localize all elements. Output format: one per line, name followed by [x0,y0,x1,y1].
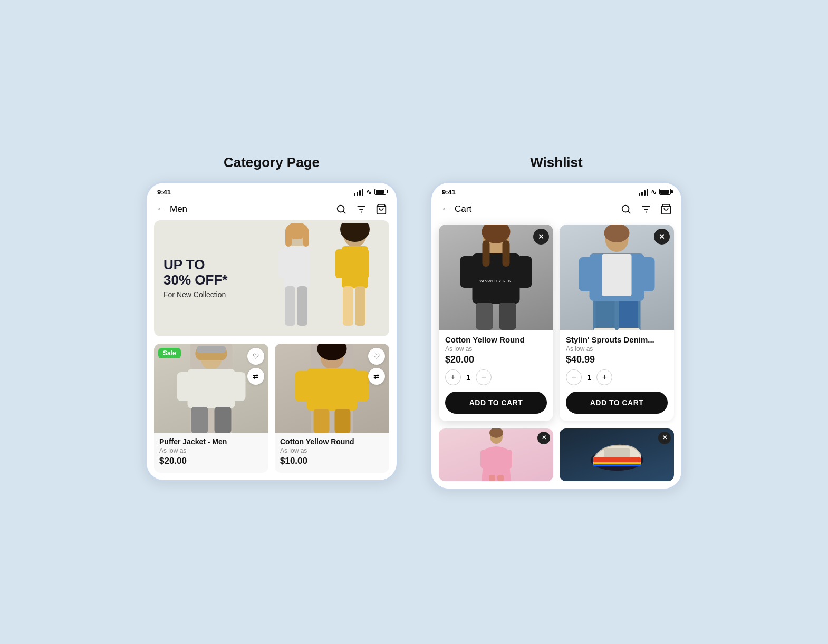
svg-rect-64 [497,475,504,481]
svg-rect-55 [602,254,632,296]
filter-icon-wishlist[interactable] [640,203,652,215]
svg-rect-8 [297,286,307,326]
category-phone: 9:41 ∿ [145,181,398,482]
mini-figure-2 [585,434,649,476]
promo-banner: UP TO 30% OFF* For New Collection [154,220,389,336]
status-icons: ∿ [354,188,386,196]
filter-icon[interactable] [355,203,367,215]
wifi-icon: ∿ [366,188,372,196]
status-bar-wishlist: 9:41 ∿ [431,183,681,199]
product-actions-2: ♡ ⇄ [368,348,385,385]
remove-btn-3[interactable]: ✕ [537,432,550,444]
product-image-2: ♡ ⇄ [275,344,389,433]
remove-btn-1[interactable]: ✕ [533,229,549,245]
product-card-2: ♡ ⇄ Cotton Yellow Round As low as $10.00 [275,344,389,473]
add-to-cart-btn-2[interactable]: ADD TO CART [566,392,668,414]
product-name-1: Puffer Jacket - Men [159,437,263,446]
product-info-1: Puffer Jacket - Men As low as $20.00 [154,433,268,473]
wishlist-bottom-row: ✕ [431,428,681,489]
remove-btn-4[interactable]: ✕ [658,432,671,444]
nav-back-wishlist[interactable]: ← Cart [441,203,471,214]
wishlist-title: Wishlist [530,154,582,171]
product-name-2: Cotton Yellow Round [280,437,384,446]
mini-figure-1 [475,428,517,481]
banner-title: UP TO 30% OFF* [163,257,227,289]
svg-rect-32 [353,371,369,402]
wishlist-mini-card-2: ✕ [560,428,674,481]
nav-back-category[interactable]: ← Men [156,203,187,214]
svg-rect-63 [489,475,495,481]
qty-increase-1[interactable]: + [445,369,461,385]
banner-models [248,220,389,336]
svg-rect-43 [476,303,493,330]
svg-rect-23 [231,372,246,401]
qty-increase-2[interactable]: + [596,369,612,385]
svg-rect-61 [480,450,488,469]
svg-rect-67 [604,448,630,458]
quantity-row-1: + 1 − [445,369,547,385]
qty-value-2: 1 [587,373,591,382]
category-section: Category Page 9:41 ∿ [145,154,398,482]
wishlist-card-1: YANWEH YIREN ✕ Cotton Yellow Round As lo… [439,225,553,421]
svg-rect-70 [593,464,641,466]
wishlist-label-2: As low as [566,345,668,353]
wishlist-price-2: $40.99 [566,354,668,365]
model-right-figure [321,223,389,336]
quantity-row-2: − 1 + [566,369,668,385]
svg-rect-34 [335,409,351,433]
signal-icon [354,188,363,196]
svg-rect-33 [314,409,330,433]
svg-rect-62 [505,450,512,469]
compare-btn-2[interactable]: ⇄ [368,368,385,385]
qty-decrease-1[interactable]: − [476,369,492,385]
svg-text:YANWEH YIREN: YANWEH YIREN [479,279,512,284]
back-arrow-icon-wishlist: ← [441,203,450,214]
banner-text: UP TO 30% OFF* For New Collection [163,257,227,299]
cart-icon-category[interactable] [376,203,387,215]
svg-rect-59 [618,328,640,330]
svg-rect-21 [188,369,235,408]
nav-actions-wishlist [620,203,672,215]
svg-rect-47 [503,240,510,267]
svg-rect-50 [596,298,615,330]
svg-rect-11 [303,228,309,247]
svg-rect-5 [278,249,288,278]
add-to-cart-btn-1[interactable]: ADD TO CART [445,392,547,414]
nav-title-category: Men [170,204,187,214]
wishlist-name-1: Cotton Yellow Round [445,335,547,344]
svg-rect-53 [579,257,594,291]
wishlist-btn-1[interactable]: ♡ [247,348,264,365]
svg-rect-7 [285,286,295,326]
search-icon-wishlist[interactable] [620,203,632,215]
cart-icon-wishlist[interactable] [660,203,672,215]
qty-decrease-2[interactable]: − [566,369,582,385]
product-label-1: As low as [159,447,263,454]
svg-rect-31 [295,371,311,402]
svg-point-0 [338,205,344,212]
compare-btn-1[interactable]: ⇄ [247,368,264,385]
svg-rect-44 [499,303,516,330]
main-wrapper: Category Page 9:41 ∿ [145,154,683,490]
svg-rect-42 [516,256,532,288]
remove-btn-2[interactable]: ✕ [654,229,670,245]
nav-actions-category [335,203,387,215]
time-display-wishlist: 9:41 [442,188,456,196]
wishlist-btn-2[interactable]: ♡ [368,348,385,365]
battery-icon [374,189,386,195]
wishlist-section: Wishlist 9:41 ∿ [430,154,683,490]
product-actions-1: ♡ ⇄ [247,348,264,385]
wishlist-label-1: As low as [445,345,547,353]
svg-line-37 [628,211,630,213]
product-price-1: $20.00 [159,456,263,466]
svg-rect-54 [640,257,655,291]
svg-rect-58 [594,328,616,330]
wishlist-card-2: ✕ Stylin' Sprouts Denim... As low as $40… [560,225,674,421]
wishlist-image-2: ✕ [560,225,674,330]
wishlist-info-2: Stylin' Sprouts Denim... As low as $40.9… [560,330,674,421]
wishlist-phone: 9:41 ∿ [430,181,683,490]
back-arrow-icon: ← [156,203,166,214]
qty-value-1: 1 [466,373,470,382]
svg-line-1 [343,211,345,213]
svg-rect-51 [619,298,638,330]
search-icon[interactable] [335,203,347,215]
